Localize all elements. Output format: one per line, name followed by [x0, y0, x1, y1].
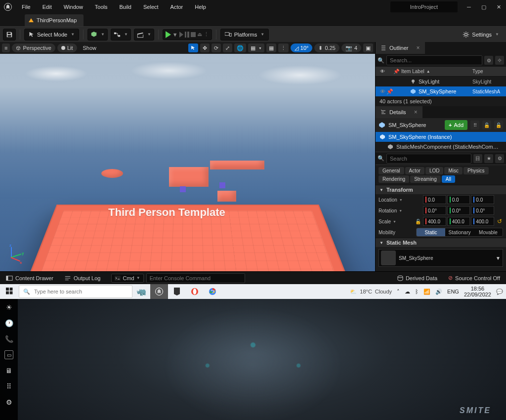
- chevron-down-icon[interactable]: ▼: [393, 220, 396, 223]
- onedrive-icon[interactable]: ☁: [405, 289, 410, 295]
- output-log-button[interactable]: Output Log: [61, 275, 103, 281]
- location-x[interactable]: 0.0: [423, 195, 446, 204]
- visibility-toggle[interactable]: 👁: [379, 88, 386, 94]
- details-filter-button[interactable]: 目: [473, 154, 482, 163]
- outliner-row[interactable]: SkyLight SkyLight: [376, 77, 506, 86]
- outliner-search-input[interactable]: [386, 55, 482, 65]
- outliner-row-selected[interactable]: 👁 📌 SM_SkySphere StaticMeshA: [376, 86, 506, 96]
- menu-window[interactable]: Window: [58, 0, 89, 14]
- launcher-sun-icon[interactable]: ☀: [4, 303, 13, 312]
- scale-z[interactable]: 400.0: [471, 217, 494, 226]
- weather-widget[interactable]: ⛅ 18°C Cloudy: [350, 289, 392, 295]
- content-drawer-button[interactable]: Content Drawer: [3, 275, 56, 281]
- mobility-toggle[interactable]: Static Stationary Movable: [416, 228, 503, 237]
- grid-snap-button[interactable]: ▦: [266, 43, 276, 52]
- details-lock-button[interactable]: 🔓: [482, 121, 491, 129]
- rotate-tool[interactable]: ⟳: [211, 43, 221, 52]
- details-settings-button[interactable]: ⚙: [495, 154, 504, 163]
- bluetooth-icon[interactable]: ᛒ: [415, 289, 419, 294]
- mobility-static[interactable]: Static: [417, 228, 445, 236]
- add-content-button[interactable]: + ▼: [87, 29, 108, 41]
- viewport-maximize-button[interactable]: ▣: [363, 43, 373, 52]
- rotation-z[interactable]: 0.0°: [471, 206, 494, 215]
- close-icon[interactable]: ×: [414, 109, 418, 116]
- scale-y[interactable]: 400.0: [447, 217, 470, 226]
- menu-actor[interactable]: Actor: [165, 0, 189, 14]
- lit-button[interactable]: Lit: [57, 43, 77, 52]
- play-button[interactable]: [166, 31, 171, 38]
- taskbar-app-opera[interactable]: [186, 284, 204, 299]
- component-row[interactable]: StaticMeshComponent (StaticMeshComponent…: [376, 142, 506, 152]
- camera-speed-button[interactable]: 📷4: [341, 43, 361, 52]
- component-row[interactable]: SM_SkySphere (Instance): [376, 132, 506, 142]
- details-lock2-button[interactable]: 🔓: [494, 121, 503, 129]
- taskbar-app-epic[interactable]: [168, 284, 186, 299]
- select-mode-button[interactable]: Select Mode ▼: [24, 29, 79, 41]
- menu-edit[interactable]: Edit: [37, 0, 58, 14]
- category-physics[interactable]: Physics: [464, 167, 488, 174]
- taskbar-search[interactable]: 🔍 Type here to search: [19, 285, 132, 298]
- grid-snap-value[interactable]: ⋮: [278, 43, 289, 52]
- transform-section-header[interactable]: ▼Transform: [376, 185, 506, 194]
- window-maximize-button[interactable]: ▢: [476, 0, 491, 14]
- menu-build[interactable]: Build: [114, 0, 137, 14]
- notifications-icon[interactable]: 💬: [496, 289, 503, 295]
- static-mesh-slot[interactable]: SM_SkySphere ▼: [379, 249, 503, 267]
- wifi-icon[interactable]: 📶: [423, 289, 430, 295]
- rotation-x[interactable]: 0.0°: [423, 206, 446, 215]
- clock[interactable]: 18:56 22/09/2022: [464, 286, 491, 297]
- category-misc[interactable]: Misc: [444, 167, 463, 174]
- viewport-canvas[interactable]: Third Person Template z y x: [0, 54, 375, 271]
- platforms-button[interactable]: Platforms ▼: [220, 29, 269, 41]
- taskbar-app-chrome[interactable]: [204, 284, 221, 299]
- viewport-options-button[interactable]: ≡: [2, 43, 10, 52]
- eject-icon[interactable]: ⏏: [197, 31, 202, 38]
- chevron-down-icon[interactable]: ▼: [399, 198, 403, 202]
- launcher-apps-icon[interactable]: ⠿: [4, 382, 13, 391]
- volume-icon[interactable]: 🔊: [435, 289, 442, 295]
- details-browse-button[interactable]: ⠿: [470, 121, 479, 129]
- window-close-button[interactable]: ✕: [491, 0, 506, 14]
- outliner-settings-button[interactable]: [495, 56, 504, 65]
- tray-chevron-icon[interactable]: ˄: [397, 289, 400, 295]
- blueprint-button[interactable]: ▼: [111, 29, 131, 41]
- launcher-ratio-icon[interactable]: ▭: [4, 350, 13, 359]
- scale-x[interactable]: 400.0: [423, 217, 446, 226]
- taskbar-app-unreal[interactable]: [150, 284, 168, 299]
- world-local-toggle[interactable]: 🌐: [234, 43, 246, 52]
- source-control-button[interactable]: ⊘ Source Control Off: [445, 275, 503, 281]
- translate-tool[interactable]: ✥: [200, 43, 210, 52]
- chevron-down-icon[interactable]: ▼: [172, 32, 178, 38]
- document-tab[interactable]: ThirdPersonMap: [25, 14, 84, 26]
- location-z[interactable]: 0.0: [471, 195, 494, 204]
- category-actor[interactable]: Actor: [405, 167, 424, 174]
- category-all[interactable]: All: [442, 175, 455, 183]
- stop-button[interactable]: [191, 32, 196, 37]
- close-icon[interactable]: ×: [417, 44, 420, 51]
- category-lod[interactable]: LOD: [425, 167, 444, 174]
- menu-help[interactable]: Help: [189, 0, 212, 14]
- skip-button[interactable]: [179, 32, 183, 38]
- outliner-filter-button[interactable]: ⚙: [484, 56, 493, 65]
- window-minimize-button[interactable]: ─: [462, 0, 476, 14]
- start-button[interactable]: [0, 288, 19, 296]
- cmd-type-button[interactable]: Cmd▼: [111, 274, 143, 283]
- launcher-phone-icon[interactable]: 📞: [4, 335, 13, 343]
- reset-scale-button[interactable]: ↺: [496, 218, 503, 225]
- angle-snap-button[interactable]: ◿10°: [291, 43, 313, 52]
- location-y[interactable]: 0.0: [447, 195, 470, 204]
- surface-snap-button[interactable]: ▦▼: [248, 43, 264, 52]
- taskbar-app-news[interactable]: 🦏: [132, 284, 150, 299]
- launcher-monitor-icon[interactable]: 🖥: [4, 366, 13, 375]
- category-rendering[interactable]: Rendering: [379, 175, 409, 183]
- pause-button[interactable]: [185, 32, 189, 38]
- mobility-movable[interactable]: Movable: [474, 228, 503, 236]
- category-general[interactable]: General: [379, 167, 404, 174]
- static-mesh-section-header[interactable]: ▼Static Mesh: [376, 238, 506, 247]
- settings-button[interactable]: Settings ▼: [459, 29, 503, 41]
- launcher-clock-icon[interactable]: 🕐: [4, 319, 13, 328]
- menu-select[interactable]: Select: [137, 0, 165, 14]
- language-indicator[interactable]: ENG: [447, 289, 459, 294]
- chevron-down-icon[interactable]: ▼: [399, 209, 402, 212]
- menu-file[interactable]: File: [16, 0, 37, 14]
